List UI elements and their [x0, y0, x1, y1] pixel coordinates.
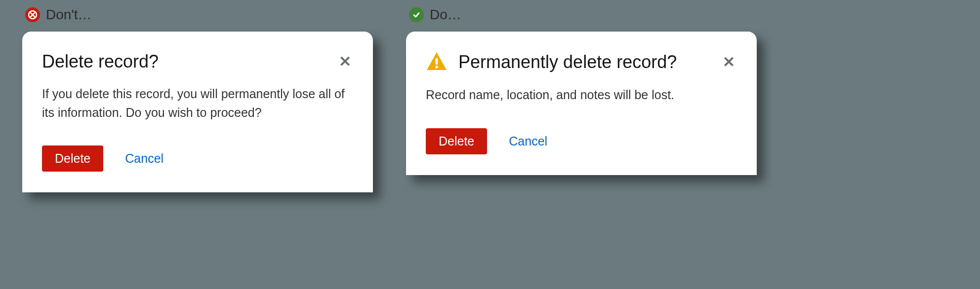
delete-button[interactable]: Delete [426, 128, 487, 154]
dialog-body: Record name, location, and notes will be… [426, 86, 737, 105]
delete-button[interactable]: Delete [42, 145, 103, 172]
dialog-header: Delete record? ✕ [42, 51, 353, 72]
warning-icon [426, 51, 448, 73]
dont-example: Don't… Delete record? ✕ If you delete th… [22, 7, 373, 192]
close-icon[interactable]: ✕ [337, 52, 353, 71]
svg-point-4 [435, 66, 438, 69]
cancel-button[interactable]: Cancel [125, 151, 163, 166]
dont-label-row: Don't… [22, 7, 373, 23]
dialog-actions: Delete Cancel [426, 128, 737, 154]
dont-label: Don't… [46, 7, 92, 23]
svg-rect-3 [436, 58, 438, 65]
dialog-title: Delete record? [42, 51, 326, 72]
do-dialog: Permanently delete record? ✕ Record name… [406, 32, 757, 175]
do-label-row: Do… [406, 7, 757, 23]
dialog-body: If you delete this record, you will perm… [42, 85, 353, 122]
do-example: Do… Permanently delete record? ✕ Record … [406, 7, 757, 175]
dialog-actions: Delete Cancel [42, 145, 353, 172]
dont-badge-icon [25, 7, 40, 22]
cancel-button[interactable]: Cancel [509, 134, 547, 148]
do-badge-icon [409, 7, 424, 22]
dialog-title: Permanently delete record? [458, 52, 710, 72]
do-label: Do… [430, 7, 461, 23]
dialog-header: Permanently delete record? ✕ [426, 51, 737, 73]
dont-dialog: Delete record? ✕ If you delete this reco… [22, 32, 373, 192]
close-icon[interactable]: ✕ [721, 53, 737, 72]
